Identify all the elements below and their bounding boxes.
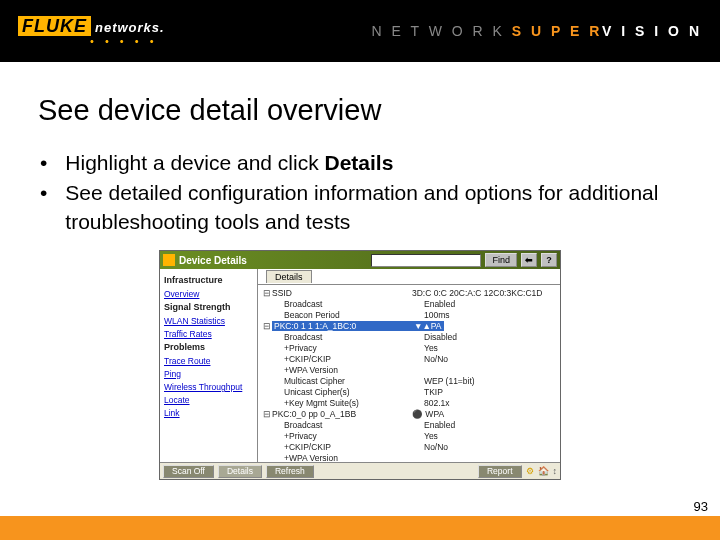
sidebar-link[interactable]: Overview: [164, 289, 257, 299]
row-value: 3D:C 0:C 20C:A:C 12C0:3KC:C1D: [412, 288, 542, 298]
tree-toggle-icon[interactable]: ⊟: [262, 409, 272, 419]
row-value: No/No: [424, 442, 448, 452]
status-icon: ↕: [553, 466, 558, 476]
row-value: 802.1x: [424, 398, 450, 408]
footer-bar: [0, 516, 720, 540]
row-key: +Privacy: [284, 431, 424, 441]
row-key: +Key Mgmt Suite(s): [284, 398, 424, 408]
row-key: Broadcast: [284, 420, 424, 430]
fluke-logo: FLUKEnetworks. • • • • •: [18, 16, 165, 47]
tab-details[interactable]: Details: [266, 270, 312, 283]
table-row[interactable]: BroadcastEnabled: [262, 419, 560, 430]
slide-title: See device detail overview: [38, 94, 682, 127]
row-value: WEP (11=bit): [424, 376, 475, 386]
bullet-list: Highlight a device and click Details See…: [38, 149, 682, 236]
row-key: +Privacy: [284, 343, 424, 353]
table-row[interactable]: Unicast Cipher(s)TKIP: [262, 386, 560, 397]
row-value: ▼▲PA: [412, 321, 444, 331]
sidebar-link[interactable]: Wireless Throughput: [164, 382, 257, 392]
row-key: +WPA Version: [284, 453, 424, 463]
row-key: PKC:0 1 1 1:A_1BC:0: [272, 321, 412, 331]
row-value: Enabled: [424, 420, 455, 430]
details-grid: ⊟SSID3D:C 0:C 20C:A:C 12C0:3KC:C1DBroadc…: [258, 285, 560, 463]
row-key: Beacon Period: [284, 310, 424, 320]
refresh-button[interactable]: Refresh: [266, 465, 314, 478]
table-row[interactable]: +PrivacyYes: [262, 430, 560, 441]
row-value: No/No: [424, 354, 448, 364]
logo-dots: • • • • •: [90, 35, 165, 47]
row-key: Broadcast: [284, 299, 424, 309]
sidebar-link[interactable]: Trace Route: [164, 356, 257, 366]
tab-bar: Details: [258, 269, 560, 285]
table-row[interactable]: Multicast CipherWEP (11=bit): [262, 375, 560, 386]
sidebar-heading: Problems: [164, 342, 257, 352]
row-key: +WPA Version: [284, 365, 424, 375]
table-row[interactable]: +Key Mgmt Suite(s)802.1x: [262, 397, 560, 408]
help-button[interactable]: ?: [541, 253, 557, 267]
row-key: +CKIP/CKIP: [284, 354, 424, 364]
row-value: Yes: [424, 343, 438, 353]
table-row[interactable]: +CKIP/CKIPNo/No: [262, 441, 560, 452]
table-row[interactable]: ⊟PKC:0_0 pp 0_A_1BB⚫ WPA: [262, 408, 560, 419]
table-row[interactable]: ⊟SSID3D:C 0:C 20C:A:C 12C0:3KC:C1D: [262, 287, 560, 298]
sidebar-link[interactable]: Locate: [164, 395, 257, 405]
table-row[interactable]: Beacon Period100ms: [262, 309, 560, 320]
tree-toggle-icon[interactable]: ⊟: [262, 288, 272, 298]
table-row[interactable]: +WPA Version: [262, 364, 560, 375]
sidebar-heading: Signal Strength: [164, 302, 257, 312]
table-row[interactable]: BroadcastEnabled: [262, 298, 560, 309]
search-dropdown[interactable]: [371, 254, 481, 267]
back-button[interactable]: ⬅: [521, 253, 537, 267]
logo-brand-bold: FLUKE: [18, 16, 91, 36]
sidebar-link[interactable]: Traffic Rates: [164, 329, 257, 339]
table-row[interactable]: BroadcastDisabled: [262, 331, 560, 342]
bottom-toolbar: Scan Off Details Refresh Report ⚙ 🏠 ↕: [160, 462, 560, 479]
window-title: Device Details: [179, 255, 247, 266]
row-value: ⚫ WPA: [412, 409, 444, 419]
status-icon: ⚙: [526, 466, 534, 476]
logo-brand-rest: networks.: [95, 20, 165, 35]
list-item: See detailed configuration information a…: [38, 179, 682, 236]
table-row[interactable]: ⊟PKC:0 1 1 1:A_1BC:0▼▲PA: [262, 320, 560, 331]
window-titlebar: Device Details Find ⬅ ?: [160, 251, 560, 269]
row-key: SSID: [272, 288, 412, 298]
page-number: 93: [694, 499, 708, 514]
sidebar-link[interactable]: WLAN Statistics: [164, 316, 257, 326]
scan-button[interactable]: Scan Off: [163, 465, 214, 478]
row-key: Multicast Cipher: [284, 376, 424, 386]
table-row[interactable]: +CKIP/CKIPNo/No: [262, 353, 560, 364]
main-panel: Details ⊟SSID3D:C 0:C 20C:A:C 12C0:3KC:C…: [258, 269, 560, 463]
row-key: PKC:0_0 pp 0_A_1BB: [272, 409, 412, 419]
list-item: Highlight a device and click Details: [38, 149, 682, 177]
row-value: TKIP: [424, 387, 443, 397]
tagline: N E T W O R K S U P E RV I S I O N: [372, 23, 702, 39]
find-button[interactable]: Find: [485, 253, 517, 267]
sidebar-link[interactable]: Ping: [164, 369, 257, 379]
app-icon: [163, 254, 175, 266]
row-value: 100ms: [424, 310, 450, 320]
sidebar-heading: Infrastructure: [164, 275, 257, 285]
row-value: Enabled: [424, 299, 455, 309]
report-button[interactable]: Report: [478, 465, 522, 478]
row-key: +CKIP/CKIP: [284, 442, 424, 452]
row-key: Broadcast: [284, 332, 424, 342]
row-value: Disabled: [424, 332, 457, 342]
status-icon: 🏠: [538, 466, 549, 476]
table-row[interactable]: +PrivacyYes: [262, 342, 560, 353]
embedded-screenshot: Device Details Find ⬅ ? Infrastructure O…: [159, 250, 561, 480]
row-value: Yes: [424, 431, 438, 441]
sidebar-link[interactable]: Link: [164, 408, 257, 418]
details-button[interactable]: Details: [218, 465, 262, 478]
slide-header: FLUKEnetworks. • • • • • N E T W O R K S…: [0, 0, 720, 62]
tree-toggle-icon[interactable]: ⊟: [262, 321, 272, 331]
row-key: Unicast Cipher(s): [284, 387, 424, 397]
slide-content: See device detail overview Highlight a d…: [0, 62, 720, 480]
sidebar: Infrastructure Overview Signal Strength …: [160, 269, 258, 463]
